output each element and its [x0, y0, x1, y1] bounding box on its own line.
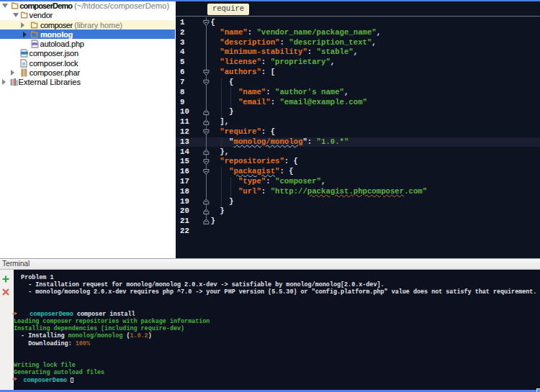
svg-text:JSON: JSON — [21, 52, 28, 55]
svg-text:php: php — [32, 42, 37, 46]
